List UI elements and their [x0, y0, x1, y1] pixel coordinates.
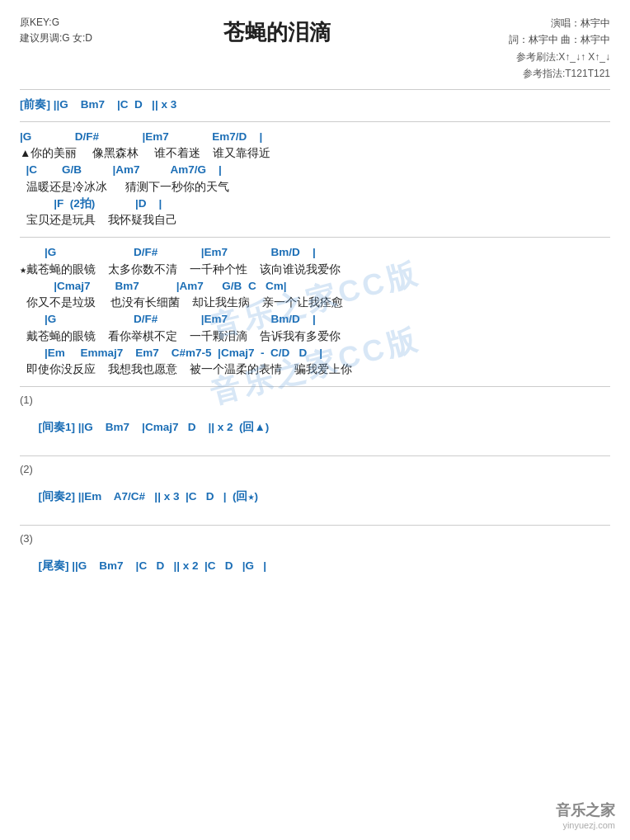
interlude1-chords: [间奏1] ||G Bm7 |Cmaj7 D || x 2 (回▲) [20, 408, 610, 447]
song-title: 苍蝇的泪滴 [92, 18, 462, 47]
divider-3 [20, 237, 610, 238]
verse1-lyric-3: 宝贝还是玩具 我怀疑我自己 [20, 212, 610, 229]
outro-num: (3) [20, 532, 610, 545]
divider-2 [20, 121, 610, 122]
interlude2-num: (2) [20, 463, 610, 475]
ref-strum: 参考刷法:X↑_↓↑ X↑_↓ [462, 49, 610, 65]
interlude1-num: (1) [20, 394, 610, 406]
verse2-chord-1: |G D/F# |Em7 Bm/D | [20, 244, 610, 261]
meta-right: 演唱：林宇中 詞：林宇中 曲：林宇中 参考刷法:X↑_↓↑ X↑_↓ 参考指法:… [462, 15, 610, 83]
verse1-lyric-1: ▲你的美丽 像黑森林 谁不着迷 谁又靠得近 [20, 145, 610, 162]
interlude1-section: (1) [间奏1] ||G Bm7 |Cmaj7 D || x 2 (回▲) [20, 394, 610, 447]
intro-chords: [前奏] ||G Bm7 |C D || x 3 [20, 97, 610, 113]
verse2-section: |G D/F# |Em7 Bm/D | ★戴苍蝇的眼镜 太多你数不清 一千种个性… [20, 244, 610, 378]
page: 原KEY:G 建议男调:G 女:D 苍蝇的泪滴 演唱：林宇中 詞：林宇中 曲：林… [0, 0, 630, 840]
divider-5 [20, 455, 610, 456]
singer-label: 演唱：林宇中 [462, 15, 610, 31]
meta-left: 原KEY:G 建议男调:G 女:D [20, 15, 92, 46]
verse1-chord-1: |G D/F# |Em7 Em7/D | [20, 129, 610, 145]
divider-4 [20, 386, 610, 387]
verse2-chord-2: |Cmaj7 Bm7 |Am7 G/B C Cm| [20, 278, 610, 295]
verse2-chord-4: |Em Emmaj7 Em7 C#m7-5 |Cmaj7 - C/D D | [20, 345, 610, 361]
intro-section: [前奏] ||G Bm7 |C D || x 3 [20, 97, 610, 113]
verse1-chord-2: |C G/B |Am7 Am7/G | [20, 162, 610, 178]
original-key: 原KEY:G [20, 15, 92, 31]
verse2-lyric-1: ★戴苍蝇的眼镜 太多你数不清 一千种个性 该向谁说我爱你 [20, 262, 610, 278]
interlude2-section: (2) [间奏2] ||Em A7/C# || x 3 |C D | (回★) [20, 463, 610, 517]
divider-1 [20, 89, 610, 90]
logo-text: 音乐之家 [556, 800, 615, 820]
interlude2-chords: [间奏2] ||Em A7/C# || x 3 |C D | (回★) [20, 477, 610, 517]
outro-chords: [尾奏] ||G Bm7 |C D || x 2 |C D |G | [20, 546, 610, 586]
verse2-lyric-2: 你又不是垃圾 也没有长细菌 却让我生病 亲一个让我痊愈 [20, 295, 610, 311]
logo-url: yinyuezj.com [562, 820, 615, 830]
suggested-key: 建议男调:G 女:D [20, 31, 92, 46]
ref-finger: 参考指法:T121T121 [462, 65, 610, 82]
logo-area: 音乐之家 yinyuezj.com [556, 800, 615, 830]
verse1-chord-3: |F (2拍) |D | [20, 196, 610, 212]
verse1-section: |G D/F# |Em7 Em7/D | ▲你的美丽 像黑森林 谁不着迷 谁又靠… [20, 129, 610, 229]
lyricist-label: 詞：林宇中 曲：林宇中 [462, 31, 610, 48]
verse2-chord-3: |G D/F# |Em7 Bm/D | [20, 311, 610, 328]
header-area: 原KEY:G 建议男调:G 女:D 苍蝇的泪滴 演唱：林宇中 詞：林宇中 曲：林… [20, 15, 610, 83]
divider-6 [20, 525, 610, 526]
verse1-lyric-2: 温暖还是冷冰冰 猜测下一秒你的天气 [20, 179, 610, 196]
outro-section: (3) [尾奏] ||G Bm7 |C D || x 2 |C D |G | [20, 532, 610, 586]
verse2-lyric-4: 即使你没反应 我想我也愿意 被一个温柔的表情 骗我爱上你 [20, 361, 610, 378]
verse2-lyric-3: 戴苍蝇的眼镜 看你举棋不定 一千颗泪滴 告诉我有多爱你 [20, 328, 610, 345]
